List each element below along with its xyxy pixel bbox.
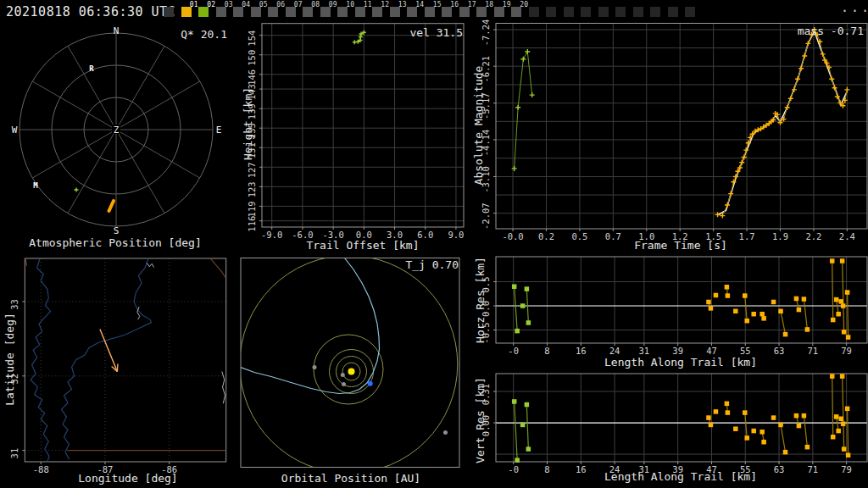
station-marker-R: R bbox=[89, 64, 94, 73]
svg-text:63: 63 bbox=[774, 464, 785, 474]
camera-slot-25[interactable] bbox=[598, 2, 614, 19]
camera-11[interactable]: 11 bbox=[355, 2, 370, 19]
camera-slot-30[interactable] bbox=[685, 2, 700, 19]
magnitude-ylabel: Absolute Magnitude bbox=[472, 66, 485, 186]
camera-19[interactable]: 19 bbox=[494, 2, 509, 19]
atmospheric-xlabel: Atmospheric Position [deg] bbox=[29, 236, 202, 249]
camera-slot-0[interactable] bbox=[164, 2, 179, 19]
orbit-panel bbox=[240, 256, 459, 474]
camera-02[interactable]: 02 bbox=[198, 2, 214, 19]
clock: 20210818 06:36:30 UTC bbox=[6, 4, 175, 19]
meteor-trail-marker bbox=[109, 201, 114, 211]
camera-status-box bbox=[164, 7, 174, 17]
horz-res-xlabel: Length Along Trail [km] bbox=[604, 356, 757, 369]
overflow-menu-button[interactable]: ... bbox=[841, 0, 868, 15]
camera-12[interactable]: 12 bbox=[372, 2, 387, 19]
camera-18[interactable]: 18 bbox=[476, 2, 492, 19]
camera-20[interactable]: 20 bbox=[511, 2, 526, 19]
camera-01[interactable]: 01 bbox=[181, 2, 197, 19]
svg-text:16: 16 bbox=[576, 346, 587, 356]
camera-status-box bbox=[251, 7, 261, 17]
camera-status-box bbox=[546, 7, 556, 17]
camera-09[interactable]: 09 bbox=[320, 2, 336, 19]
camera-status-box bbox=[198, 7, 209, 17]
svg-text:0.5: 0.5 bbox=[571, 231, 587, 241]
svg-text:55: 55 bbox=[740, 346, 751, 356]
camera-slot-27[interactable] bbox=[633, 2, 648, 19]
svg-text:N: N bbox=[114, 25, 120, 36]
magnitude-xlabel: Frame Time [s] bbox=[634, 239, 727, 252]
svg-text:71: 71 bbox=[808, 464, 819, 474]
svg-text:Z: Z bbox=[114, 125, 120, 136]
camera-04[interactable]: 04 bbox=[233, 2, 248, 19]
camera-status-box bbox=[633, 7, 643, 17]
camera-status-box bbox=[181, 7, 192, 17]
camera-15[interactable]: 15 bbox=[425, 2, 440, 19]
orbit-panel-title: T_j 0.70 bbox=[405, 258, 459, 271]
camera-08[interactable]: 08 bbox=[303, 2, 318, 19]
camera-10[interactable]: 10 bbox=[337, 2, 353, 19]
camera-status-box bbox=[390, 7, 400, 17]
camera-slot-21[interactable] bbox=[529, 2, 544, 19]
vert-res-xlabel: Length Along Trail [km] bbox=[604, 470, 757, 483]
svg-text:33: 33 bbox=[9, 299, 19, 310]
camera-slot-26[interactable] bbox=[615, 2, 631, 19]
svg-text:W: W bbox=[12, 125, 18, 136]
camera-16[interactable]: 16 bbox=[442, 2, 457, 19]
camera-status-box bbox=[337, 7, 348, 17]
svg-text:2.4: 2.4 bbox=[839, 231, 855, 241]
camera-14[interactable]: 14 bbox=[407, 2, 422, 19]
camera-status-box bbox=[407, 7, 417, 17]
atmospheric-position-panel: ZNSWERM bbox=[12, 25, 222, 236]
ground-track-arrow bbox=[100, 329, 118, 371]
camera-slot-29[interactable] bbox=[668, 2, 683, 19]
svg-text:150: 150 bbox=[247, 50, 257, 66]
camera-status-box bbox=[459, 7, 470, 17]
camera-status-box bbox=[268, 7, 278, 17]
height-xlabel: Trail Offset [km] bbox=[306, 239, 419, 252]
svg-text:0.7: 0.7 bbox=[605, 231, 621, 241]
svg-text:1.9: 1.9 bbox=[772, 231, 788, 241]
camera-06[interactable]: 06 bbox=[268, 2, 283, 19]
horz-res-ylabel: Horz Res [km] bbox=[474, 257, 487, 343]
planet-dot bbox=[341, 373, 345, 377]
camera-slot-23[interactable] bbox=[564, 2, 579, 19]
svg-text:116: 116 bbox=[247, 216, 257, 232]
camera-07[interactable]: 07 bbox=[286, 2, 301, 19]
camera-slot-24[interactable] bbox=[581, 2, 596, 19]
camera-status-box bbox=[320, 7, 331, 17]
svg-text:154: 154 bbox=[247, 30, 257, 47]
camera-status-box bbox=[581, 7, 591, 17]
camera-03[interactable]: 03 bbox=[216, 2, 231, 19]
camera-status-box bbox=[615, 7, 626, 17]
vert-res-ylabel: Vert Res [km] bbox=[474, 377, 487, 463]
camera-status-box bbox=[494, 7, 504, 17]
sun-dot bbox=[348, 369, 355, 375]
svg-text:8: 8 bbox=[544, 464, 549, 474]
svg-text:-0.0: -0.0 bbox=[502, 231, 523, 241]
camera-status-box bbox=[442, 7, 452, 17]
camera-slot-22[interactable] bbox=[546, 2, 561, 19]
camera-17[interactable]: 17 bbox=[459, 2, 475, 19]
svg-text:123: 123 bbox=[247, 181, 257, 197]
planet-dot bbox=[443, 430, 448, 435]
camera-05[interactable]: 05 bbox=[251, 2, 266, 19]
height-panel-title: vel 31.5 bbox=[409, 26, 463, 39]
earth-dot bbox=[368, 381, 373, 386]
camera-status-box bbox=[303, 7, 313, 17]
magnitude-panel-title: mass -0.71 bbox=[798, 25, 864, 37]
svg-text:71: 71 bbox=[808, 346, 819, 356]
camera-slot-28[interactable] bbox=[650, 2, 665, 19]
map-panel: -88-87-86333231 bbox=[9, 258, 225, 474]
camera-status-box bbox=[286, 7, 296, 17]
svg-text:E: E bbox=[216, 125, 222, 136]
svg-text:-2.07: -2.07 bbox=[481, 202, 491, 230]
camera-13[interactable]: 13 bbox=[390, 2, 405, 19]
svg-text:16: 16 bbox=[576, 464, 587, 474]
svg-text:24: 24 bbox=[609, 346, 620, 356]
camera-status-box bbox=[216, 7, 226, 17]
svg-text:119: 119 bbox=[247, 201, 257, 217]
atmospheric-panel-title: Q* 20.1 bbox=[181, 28, 227, 41]
camera-status-box bbox=[668, 7, 678, 17]
horz-res-panel: -081624313947556371790.50.0-0.5 bbox=[481, 257, 867, 356]
